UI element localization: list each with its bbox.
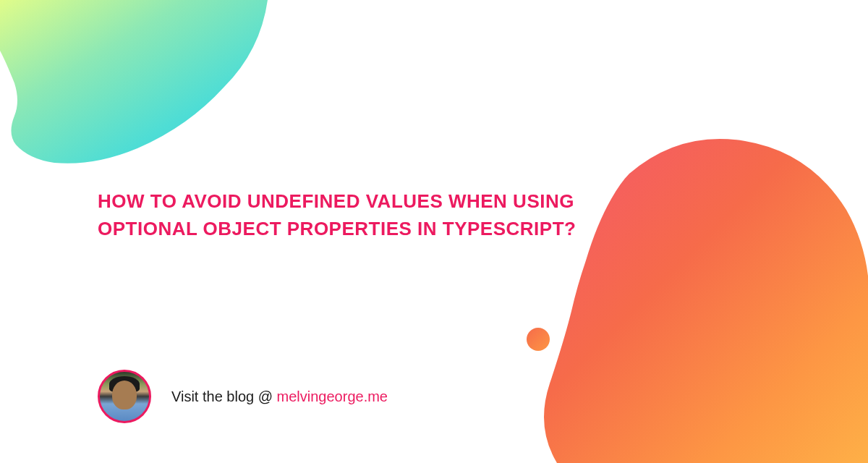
footer: Visit the blog @ melvingeorge.me <box>98 370 388 423</box>
decorative-blob-top-left <box>0 0 268 203</box>
avatar <box>98 370 151 423</box>
visit-prefix: Visit the blog @ <box>171 388 277 404</box>
decorative-blob-bottom-right <box>470 116 868 463</box>
page-title: HOW TO AVOID UNDEFINED VALUES WHEN USING… <box>98 188 618 242</box>
blog-link[interactable]: melvingeorge.me <box>277 388 388 404</box>
visit-blog-text: Visit the blog @ melvingeorge.me <box>171 388 388 405</box>
decorative-dot <box>527 328 550 351</box>
